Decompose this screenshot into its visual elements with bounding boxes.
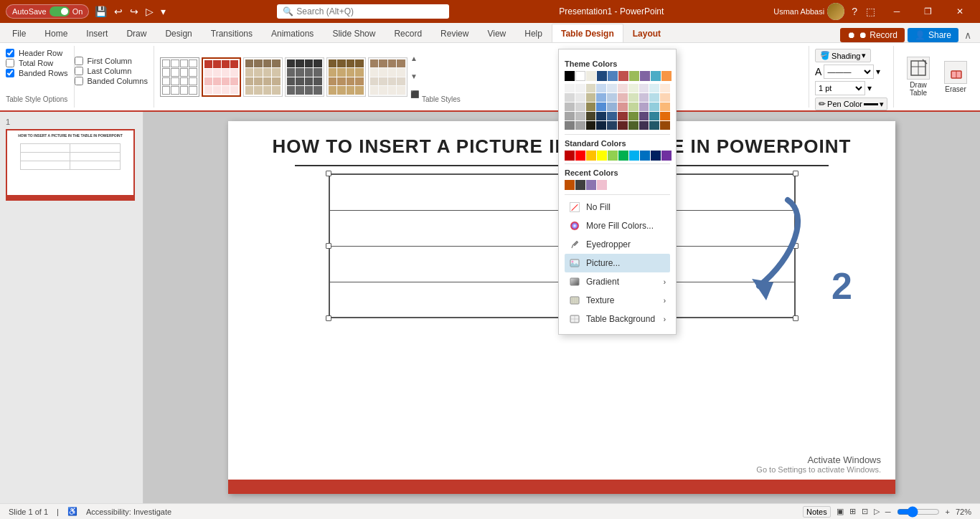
first-column-option[interactable]: First Column — [75, 57, 148, 65]
shade-4-10[interactable] — [660, 112, 670, 120]
shade-1-2[interactable] — [575, 84, 585, 92]
shade-4-3[interactable] — [586, 112, 596, 120]
shade-2-1[interactable] — [565, 93, 575, 102]
shade-5-8[interactable] — [639, 121, 649, 130]
redo-icon[interactable]: ↪ — [128, 4, 140, 19]
scroll-up-button[interactable]: ▲ — [410, 55, 419, 62]
menu-table-background[interactable]: Table Background › — [565, 310, 670, 328]
draw-table-button[interactable]: DrawTable — [903, 54, 934, 100]
tab-review[interactable]: Review — [431, 24, 478, 42]
table-style-red[interactable] — [202, 57, 241, 97]
notes-button[interactable]: Notes — [803, 506, 831, 518]
shade-5-2[interactable] — [575, 121, 585, 130]
table-cell-1[interactable] — [329, 174, 562, 210]
shade-2-9[interactable] — [649, 93, 659, 102]
shade-4-8[interactable] — [639, 112, 649, 120]
shade-2-8[interactable] — [639, 93, 649, 102]
share-button[interactable]: 👤 Share — [908, 28, 958, 42]
shade-4-1[interactable] — [565, 112, 575, 120]
border-style-select[interactable]: ——— - - - ··· — [824, 65, 874, 79]
table-style-plain[interactable] — [160, 57, 199, 97]
handle-tl[interactable] — [326, 171, 331, 176]
menu-more-colors[interactable]: More Fill Colors... — [565, 216, 670, 235]
zoom-slider[interactable] — [897, 506, 940, 518]
color-dark-blue[interactable] — [597, 71, 607, 81]
std-color-10[interactable] — [661, 151, 672, 161]
present-icon[interactable]: ▷ — [144, 4, 155, 19]
total-row-option[interactable]: Total Row — [6, 59, 68, 67]
handle-br[interactable] — [793, 315, 798, 321]
scroll-down-button[interactable]: ▼ — [410, 73, 419, 80]
shade-4-2[interactable] — [575, 112, 585, 120]
shade-5-10[interactable] — [660, 121, 670, 130]
shade-2-7[interactable] — [628, 93, 639, 102]
tab-draw[interactable]: Draw — [117, 24, 156, 42]
tab-table-design[interactable]: Table Design — [552, 24, 623, 42]
shade-5-4[interactable] — [596, 121, 606, 130]
shade-5-3[interactable] — [586, 121, 596, 130]
shade-3-9[interactable] — [649, 103, 659, 111]
menu-texture[interactable]: Texture › — [565, 291, 670, 310]
view-reading-icon[interactable]: ⊡ — [862, 507, 868, 516]
table-style-medium[interactable] — [326, 57, 366, 97]
header-row-checkbox[interactable] — [6, 49, 14, 57]
tab-animations[interactable]: Animations — [262, 24, 323, 42]
shade-3-6[interactable] — [618, 103, 628, 111]
header-row-option[interactable]: Header Row — [6, 49, 68, 57]
handle-tr[interactable] — [793, 171, 798, 176]
minimize-button[interactable]: ─ — [882, 1, 911, 22]
shade-5-1[interactable] — [565, 121, 575, 130]
menu-gradient[interactable]: Gradient › — [565, 272, 670, 291]
search-input[interactable] — [296, 6, 443, 16]
save-icon[interactable]: 💾 — [93, 4, 108, 19]
last-column-option[interactable]: Last Column — [75, 67, 148, 75]
help-icon[interactable]: ? — [850, 4, 859, 19]
ribbon-collapse-button[interactable]: ∧ — [961, 28, 974, 42]
std-color-9[interactable] — [651, 151, 661, 161]
autosave-button[interactable]: AutoSave On — [6, 4, 89, 19]
shade-4-4[interactable] — [596, 112, 606, 120]
std-color-8[interactable] — [640, 151, 650, 161]
search-box[interactable]: 🔍 — [277, 4, 449, 19]
table-style-tan[interactable] — [243, 57, 283, 97]
pen-color-button[interactable]: ✏ Pen Color ▾ — [815, 97, 887, 110]
shade-4-7[interactable] — [628, 112, 639, 120]
tab-record[interactable]: Record — [385, 24, 431, 42]
ribbon-display-icon[interactable]: ⬚ — [864, 4, 877, 19]
record-button[interactable]: ⏺ ⏺ Record — [840, 28, 905, 42]
table-style-dark[interactable] — [285, 57, 324, 97]
shade-2-5[interactable] — [607, 93, 617, 102]
view-slideshow-icon[interactable]: ▷ — [874, 507, 880, 516]
last-column-checkbox[interactable] — [75, 67, 83, 75]
recent-color-1[interactable] — [565, 180, 575, 190]
recent-color-2[interactable] — [575, 180, 585, 190]
tab-insert[interactable]: Insert — [77, 24, 117, 42]
tab-transitions[interactable]: Transitions — [202, 24, 262, 42]
restore-button[interactable]: ❐ — [914, 1, 943, 22]
shade-1-4[interactable] — [596, 84, 606, 92]
pen-weight-select[interactable]: 1 pt 2 pt 3 pt — [815, 81, 865, 95]
menu-no-fill[interactable]: No Fill — [565, 198, 670, 216]
shade-2-2[interactable] — [575, 93, 585, 102]
handle-ml[interactable] — [326, 243, 331, 249]
tab-home[interactable]: Home — [35, 24, 77, 42]
banded-columns-option[interactable]: Banded Columns — [75, 77, 148, 85]
shade-1-3[interactable] — [586, 84, 596, 92]
menu-picture[interactable]: Picture... — [565, 254, 670, 272]
std-color-1[interactable] — [565, 151, 575, 161]
shading-button[interactable]: 🪣 Shading ▾ — [815, 49, 871, 62]
tab-file[interactable]: File — [3, 24, 35, 42]
view-slide-sorter-icon[interactable]: ⊞ — [849, 507, 856, 516]
slide-thumbnail[interactable]: HOW TO INSERT A PICTURE IN THE TABLE IN … — [6, 129, 135, 201]
shade-3-5[interactable] — [607, 103, 617, 111]
zoom-in-icon[interactable]: + — [946, 508, 950, 516]
shade-3-2[interactable] — [575, 103, 585, 111]
recent-color-3[interactable] — [586, 180, 596, 190]
first-column-checkbox[interactable] — [75, 57, 83, 65]
std-color-4[interactable] — [597, 151, 607, 161]
shade-3-3[interactable] — [586, 103, 596, 111]
total-row-checkbox[interactable] — [6, 59, 14, 67]
shade-5-5[interactable] — [607, 121, 617, 130]
color-cream[interactable] — [586, 71, 596, 81]
banded-rows-checkbox[interactable] — [6, 69, 14, 77]
